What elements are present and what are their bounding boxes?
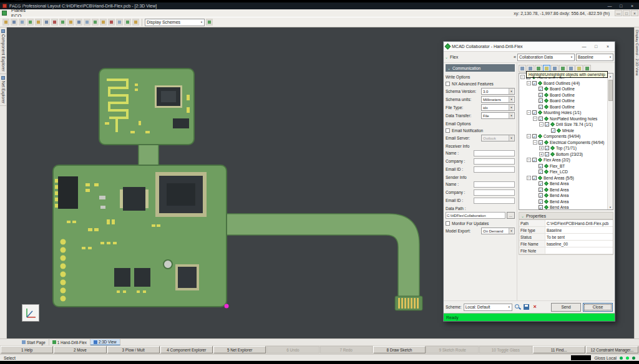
monitor-updates-row[interactable]: Monitor For Updates bbox=[446, 219, 515, 227]
tree-checkbox[interactable] bbox=[532, 134, 537, 138]
view-3d-icon[interactable] bbox=[132, 19, 139, 26]
tree-item[interactable]: Board Outline bbox=[520, 92, 607, 98]
tree-checkbox[interactable] bbox=[539, 117, 543, 121]
tree-item[interactable]: Flex_LCD bbox=[520, 169, 607, 175]
function-key-button[interactable]: 7 Redo bbox=[320, 346, 373, 353]
collaboration-data-combo[interactable]: Collaboration Data ▼ bbox=[517, 54, 575, 61]
tree-item[interactable]: Bend Area bbox=[520, 199, 607, 205]
undo-icon[interactable] bbox=[59, 19, 66, 26]
maximize-button[interactable]: □ bbox=[617, 3, 625, 9]
write-option-combo[interactable]: idx ▼ bbox=[481, 104, 515, 111]
tree-item[interactable]: Bend Area bbox=[520, 187, 607, 193]
mdi-close-button[interactable]: × bbox=[631, 10, 638, 16]
sender-field-input[interactable] bbox=[474, 189, 515, 196]
tree-item[interactable]: − Board Outlines (4/4) bbox=[520, 80, 607, 87]
select-mode-icon[interactable] bbox=[100, 19, 107, 26]
collapse-all-icon[interactable] bbox=[519, 65, 526, 72]
tree-item[interactable]: − NonPlated Mounting holes bbox=[520, 116, 607, 122]
function-key-button[interactable]: 3 Plow / Mult bbox=[107, 346, 160, 353]
tree-checkbox[interactable] bbox=[545, 146, 549, 150]
receiver-field-input[interactable] bbox=[474, 158, 515, 165]
tree-checkbox[interactable] bbox=[545, 152, 549, 156]
tree-item[interactable]: − Bend Areas (5/5) bbox=[520, 175, 607, 181]
function-key-button[interactable]: 6 Undo bbox=[266, 346, 319, 353]
scroll-down-icon[interactable]: ▼ bbox=[609, 204, 612, 209]
open-icon[interactable] bbox=[11, 19, 17, 26]
tree-item[interactable]: − Flex Area (2/2) bbox=[520, 157, 607, 163]
tree-expander[interactable]: − bbox=[533, 140, 537, 145]
dialog-minimize-button[interactable]: — bbox=[579, 43, 589, 50]
tree-expander[interactable]: − bbox=[527, 134, 531, 138]
send-button[interactable]: Send bbox=[551, 303, 581, 312]
tree-checkbox[interactable] bbox=[539, 105, 543, 109]
menu-item[interactable]: Route bbox=[9, 2, 31, 7]
nx-advanced-features-checkbox[interactable] bbox=[446, 82, 450, 86]
tree-checkbox[interactable] bbox=[532, 110, 537, 115]
baseline-combo[interactable]: Baseline ▼ bbox=[576, 54, 613, 61]
layers-icon[interactable] bbox=[124, 19, 131, 26]
tree-checkbox[interactable] bbox=[532, 176, 537, 180]
tree-expander[interactable]: − bbox=[539, 122, 544, 127]
save-icon[interactable] bbox=[19, 19, 26, 26]
scrollbar-thumb[interactable] bbox=[608, 80, 613, 101]
tree-item[interactable]: Board Outline bbox=[520, 104, 607, 110]
sender-field-input[interactable] bbox=[474, 198, 515, 204]
tree-item[interactable]: Bend Area bbox=[520, 204, 607, 210]
tree-item[interactable]: Board Outline bbox=[520, 98, 607, 104]
tree-checkbox[interactable] bbox=[539, 199, 543, 204]
delete-scheme-icon[interactable]: × bbox=[532, 304, 539, 310]
zoom-fit-icon[interactable] bbox=[92, 19, 99, 26]
email-notification-checkbox[interactable] bbox=[446, 128, 450, 133]
nx-advanced-features-row[interactable]: NX Advanced Features bbox=[446, 80, 515, 87]
function-key-button[interactable]: 12 Constraint Manager... bbox=[586, 346, 638, 353]
dialog-maximize-button[interactable]: □ bbox=[591, 43, 601, 50]
tree-checkbox[interactable] bbox=[532, 81, 537, 85]
tree-expander[interactable]: − bbox=[527, 176, 531, 180]
mcad-object-tree[interactable]: − Hand-Drill-Flex − Board Outlines (4/4) bbox=[519, 73, 613, 210]
zoom-scheme-icon[interactable] bbox=[514, 304, 521, 310]
close-button[interactable]: × bbox=[628, 3, 637, 9]
scheme-combo[interactable]: Local: Default ▼ bbox=[464, 304, 512, 311]
tree-checkbox[interactable] bbox=[539, 164, 543, 168]
function-key-button[interactable]: 4 Component Explorer bbox=[160, 346, 213, 353]
tree-item[interactable]: Board Outline bbox=[520, 86, 607, 92]
move-mode-icon[interactable] bbox=[108, 19, 115, 26]
tree-expander[interactable]: − bbox=[520, 75, 525, 79]
monitor-updates-checkbox[interactable] bbox=[446, 221, 450, 226]
tree-checkbox[interactable] bbox=[539, 205, 543, 209]
tree-item[interactable]: MHole bbox=[520, 128, 607, 134]
display-colors-icon[interactable] bbox=[116, 19, 123, 26]
close-button[interactable]: Close bbox=[583, 303, 613, 312]
scroll-up-icon[interactable]: ▲ bbox=[609, 74, 612, 79]
zoom-out-icon[interactable] bbox=[84, 19, 90, 26]
data-path-input[interactable] bbox=[446, 212, 505, 219]
display-schemes-combo[interactable]: Display Schemes ▼ bbox=[145, 19, 205, 26]
collapse-pane-button[interactable]: « bbox=[514, 55, 516, 59]
redo-icon[interactable] bbox=[67, 19, 74, 26]
sidebar-tab-net-explorer[interactable]: Net Explorer bbox=[0, 74, 6, 106]
view-tab[interactable]: 1 Hand-Drill-Flex bbox=[49, 339, 90, 345]
view-tab[interactable]: Start Page bbox=[19, 339, 49, 345]
tree-item[interactable]: + Bottom (23/23) bbox=[520, 151, 607, 158]
dialog-title-bar[interactable]: MCAD Collaborator - Hand-Drill-Flex — □ … bbox=[444, 42, 615, 52]
tree-checkbox[interactable] bbox=[545, 122, 549, 127]
tree-expander[interactable]: − bbox=[527, 158, 531, 162]
function-key-button[interactable]: 8 Draw Sketch bbox=[373, 346, 426, 353]
tree-checkbox[interactable] bbox=[539, 140, 543, 145]
function-key-button[interactable]: 10 Toggle Glass bbox=[479, 346, 532, 353]
tree-item[interactable]: − Drill Size 78.74 (1/1) bbox=[520, 122, 607, 128]
right-dock-strip[interactable]: Display Control - 2:3D View bbox=[634, 27, 639, 338]
tree-item[interactable]: − Components (94/94) bbox=[520, 133, 607, 140]
tree-checkbox[interactable] bbox=[539, 188, 543, 192]
save-scheme-icon[interactable] bbox=[523, 304, 530, 310]
mdi-restore-button[interactable]: □ bbox=[623, 10, 630, 16]
tree-expander[interactable]: − bbox=[527, 81, 531, 85]
tree-checkbox[interactable] bbox=[532, 158, 537, 162]
tree-item[interactable]: − Electrical Components (94/94) bbox=[520, 140, 607, 146]
tree-item[interactable]: − Mounting Holes (1/1) bbox=[520, 110, 607, 116]
tree-checkbox[interactable] bbox=[539, 98, 543, 103]
tree-checkbox[interactable] bbox=[539, 170, 543, 174]
function-key-button[interactable]: 2 Move bbox=[54, 346, 106, 353]
cut-icon[interactable] bbox=[35, 19, 42, 26]
sender-field-input[interactable] bbox=[474, 181, 515, 188]
